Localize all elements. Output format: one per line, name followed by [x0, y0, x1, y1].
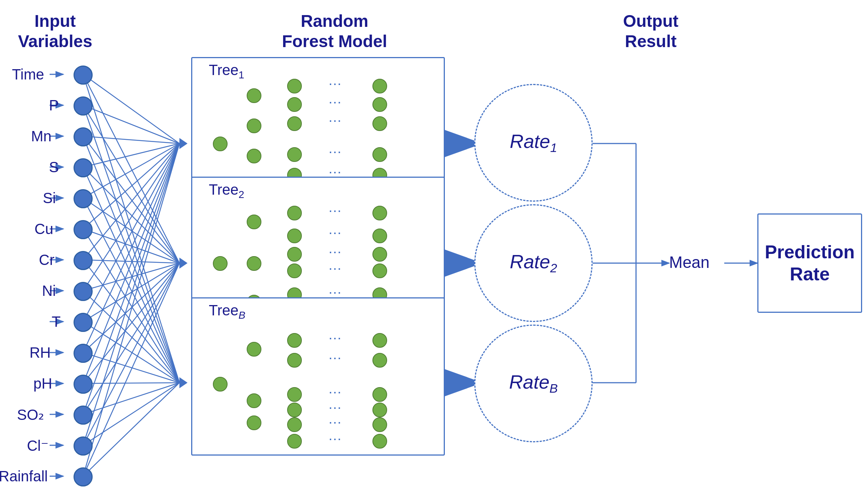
tree1-dots-col3: ⋯ [328, 113, 342, 129]
tree-1-label: Tree1 [209, 62, 244, 81]
svg-line-53 [83, 260, 179, 383]
tree1-l3-2 [287, 97, 302, 112]
svg-line-58 [83, 383, 179, 414]
rate-b-subscript: B [550, 382, 558, 396]
rate-1-subscript: 1 [550, 141, 557, 155]
diagram-container: Input Variables Random Forest Model Outp… [0, 0, 868, 499]
treeb-l4-1 [372, 333, 387, 348]
rate-2-subscript: 2 [550, 261, 557, 275]
output-result-header: Output Result [596, 11, 706, 52]
rate-2-text: Rate2 [510, 251, 557, 275]
svg-marker-63 [179, 377, 187, 388]
tree2-dots2: ⋯ [328, 226, 342, 241]
svg-line-43 [83, 263, 179, 383]
input-node-rainfall [74, 467, 93, 486]
svg-line-28 [83, 144, 179, 353]
svg-line-23 [83, 144, 179, 198]
rate-2-ellipse: Rate2 [474, 204, 593, 322]
treeb-l2-3 [247, 415, 261, 430]
svg-line-37 [83, 198, 179, 263]
treeb-l3-5 [287, 417, 302, 432]
tree1-dots-col4: ⋯ [328, 145, 342, 160]
svg-line-57 [83, 383, 179, 383]
tree1-l3-3 [287, 116, 302, 131]
svg-line-19 [83, 74, 179, 144]
input-node-ni [74, 282, 93, 301]
svg-line-21 [83, 136, 179, 144]
svg-line-59 [83, 383, 179, 445]
var-t: T [24, 314, 61, 330]
var-cl: Cl⁻ [12, 437, 49, 454]
tree1-root-node [213, 137, 228, 151]
input-node-so2 [74, 406, 93, 425]
tree1-l2-mid [247, 118, 261, 133]
svg-line-35 [83, 136, 179, 263]
svg-marker-62 [179, 258, 187, 269]
svg-line-41 [83, 263, 179, 322]
tree1-l3-1 [287, 79, 302, 93]
svg-line-30 [83, 144, 179, 414]
tree1-l4-1 [372, 79, 387, 93]
svg-line-33 [83, 74, 179, 263]
random-forest-title: Random Forest Model [282, 11, 387, 51]
treeb-l3-1 [287, 333, 302, 348]
var-time: Time [7, 66, 44, 83]
svg-line-40 [83, 263, 179, 291]
var-rainfall: Rainfall [0, 468, 48, 485]
input-variables-header: Input Variables [7, 11, 103, 52]
treeb-l4-4 [372, 403, 387, 417]
svg-marker-61 [179, 138, 187, 149]
tree2-l4-3 [372, 247, 387, 262]
treeb-dots5: ⋯ [328, 415, 342, 431]
tree-b-label: TreeB [209, 302, 245, 321]
svg-line-55 [83, 322, 179, 383]
rate-1-text: Rate1 [510, 130, 557, 155]
tree1-l3-4 [287, 147, 302, 162]
input-node-cu [74, 220, 93, 239]
svg-line-45 [83, 263, 179, 445]
tree2-l3-1 [287, 206, 302, 220]
input-node-cl [74, 436, 93, 456]
tree2-dots1: ⋯ [328, 204, 342, 219]
tree2-l3-3 [287, 247, 302, 262]
var-cr: Cr [18, 252, 54, 268]
mean-label: Mean [669, 253, 710, 272]
tree1-l4-4 [372, 147, 387, 162]
treeb-l4-6 [372, 434, 387, 449]
svg-line-25 [83, 144, 179, 260]
treeb-dots4: ⋯ [328, 400, 342, 416]
tree1-dots-col: ⋯ [328, 77, 342, 92]
treeb-dots1: ⋯ [328, 331, 342, 346]
tree-2-subscript: 2 [239, 189, 244, 200]
svg-line-54 [83, 291, 179, 383]
var-mn: Mn [15, 128, 51, 145]
svg-line-24 [83, 144, 179, 229]
tree1-l2-red [247, 149, 261, 163]
tree2-dots4: ⋯ [328, 261, 342, 277]
svg-line-49 [83, 136, 179, 383]
svg-line-56 [83, 353, 179, 383]
var-ni: Ni [19, 283, 56, 299]
treeb-l3-3 [287, 387, 302, 402]
input-node-mn [74, 127, 93, 146]
tree2-l2-2 [247, 256, 261, 271]
tree2-l3-4 [287, 263, 302, 278]
treeb-root-node [213, 377, 228, 392]
treeb-l2-1 [247, 342, 261, 357]
var-so2: SO₂ [7, 406, 44, 423]
input-node-cr [74, 251, 93, 270]
treeb-l4-5 [372, 417, 387, 432]
svg-line-27 [83, 144, 179, 322]
prediction-rate-box: Prediction Rate [757, 213, 862, 313]
tree-1-subscript: 1 [239, 69, 244, 81]
svg-line-36 [83, 167, 179, 263]
prediction-rate-text: Prediction Rate [758, 241, 861, 285]
treeb-l3-2 [287, 353, 302, 368]
svg-line-50 [83, 167, 179, 383]
svg-line-29 [83, 144, 179, 383]
treeb-dots6: ⋯ [328, 432, 342, 447]
svg-line-47 [83, 74, 179, 383]
tree-b-subscript: B [239, 309, 246, 321]
svg-line-60 [83, 383, 179, 476]
svg-line-26 [83, 144, 179, 291]
